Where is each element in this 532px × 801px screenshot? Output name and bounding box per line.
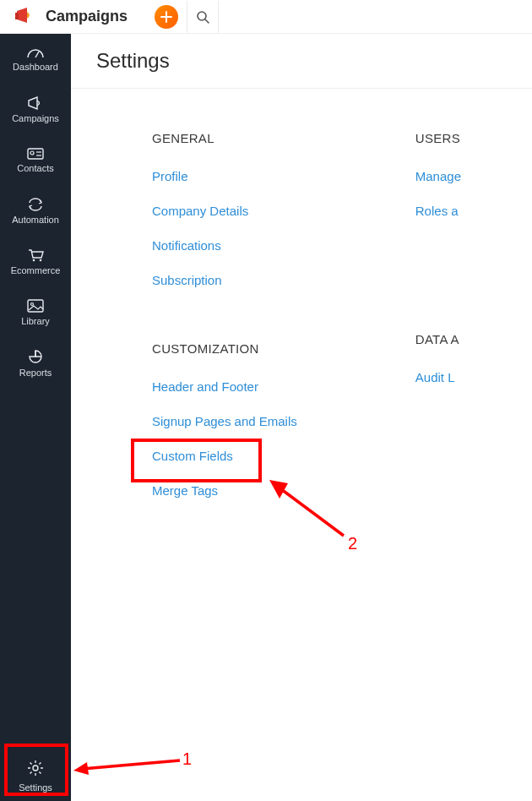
link-profile[interactable]: Profile: [152, 169, 297, 183]
svg-point-11: [31, 303, 34, 306]
sidebar-item-ecommerce[interactable]: Ecommerce: [0, 237, 71, 287]
search-button[interactable]: [187, 1, 219, 33]
sidebar-item-library[interactable]: Library: [0, 287, 71, 338]
sidebar-item-label: Automation: [12, 215, 59, 225]
svg-line-2: [205, 19, 209, 23]
sidebar-item-label: Contacts: [17, 163, 53, 173]
sidebar-item-campaigns[interactable]: Campaigns: [0, 84, 71, 135]
settings-col-1: GENERAL Profile Company Details Notifica…: [152, 131, 297, 518]
section-customization-title: CUSTOMIZATION: [152, 341, 297, 356]
sidebar-item-settings[interactable]: Settings: [0, 750, 71, 801]
svg-rect-10: [28, 300, 43, 312]
megaphone-icon: [15, 8, 37, 26]
sidebar-item-label: Campaigns: [12, 113, 59, 123]
sidebar-item-automation[interactable]: Automation: [0, 186, 71, 237]
link-audit[interactable]: Audit L: [415, 370, 461, 384]
link-header-footer[interactable]: Header and Footer: [152, 379, 297, 394]
sidebar-item-reports[interactable]: Reports: [0, 338, 71, 389]
link-notifications[interactable]: Notifications: [152, 238, 297, 253]
sidebar-item-contacts[interactable]: Contacts: [0, 135, 71, 186]
megaphone-icon: [27, 96, 44, 110]
top-actions: [155, 1, 219, 33]
sidebar-item-label: Reports: [19, 368, 52, 378]
sidebar-item-label: Library: [21, 316, 50, 326]
gauge-icon: [26, 46, 45, 58]
gear-icon: [27, 760, 44, 780]
section-general-title: GENERAL: [152, 131, 297, 145]
cart-icon: [27, 248, 44, 262]
link-manage[interactable]: Manage: [415, 169, 461, 183]
pie-chart-icon: [28, 349, 43, 364]
svg-point-12: [33, 766, 38, 771]
id-card-icon: [27, 148, 44, 160]
app-logo-block[interactable]: Campaigns: [15, 8, 128, 26]
sidebar-item-label: Ecommerce: [11, 265, 61, 275]
link-company-details[interactable]: Company Details: [152, 204, 297, 218]
sidebar: Dashboard Campaigns Contacts Automation …: [0, 34, 71, 801]
link-merge-tags[interactable]: Merge Tags: [152, 483, 297, 498]
content-area: Settings GENERAL Profile Company Details…: [71, 34, 532, 801]
sidebar-item-label: Settings: [19, 782, 52, 793]
settings-body: GENERAL Profile Company Details Notifica…: [71, 89, 532, 518]
settings-col-2: USERS Manage Roles a DATA A Audit L: [415, 131, 461, 518]
svg-point-9: [40, 259, 42, 262]
svg-line-3: [35, 52, 39, 57]
sidebar-item-dashboard[interactable]: Dashboard: [0, 34, 71, 84]
add-button[interactable]: [155, 5, 178, 29]
image-icon: [27, 299, 44, 313]
section-users-title: USERS: [415, 131, 461, 145]
svg-rect-0: [15, 13, 19, 19]
svg-point-5: [30, 151, 34, 155]
link-roles[interactable]: Roles a: [415, 204, 461, 218]
svg-point-8: [33, 259, 35, 262]
link-subscription[interactable]: Subscription: [152, 273, 297, 287]
app-title: Campaigns: [46, 8, 128, 25]
section-data-title: DATA A: [415, 332, 461, 346]
sync-icon: [27, 198, 44, 211]
link-signup-pages[interactable]: Signup Pages and Emails: [152, 414, 297, 428]
page-title: Settings: [71, 34, 532, 89]
link-custom-fields[interactable]: Custom Fields: [152, 449, 297, 463]
topbar: Campaigns: [0, 0, 532, 34]
sidebar-item-label: Dashboard: [13, 62, 58, 72]
